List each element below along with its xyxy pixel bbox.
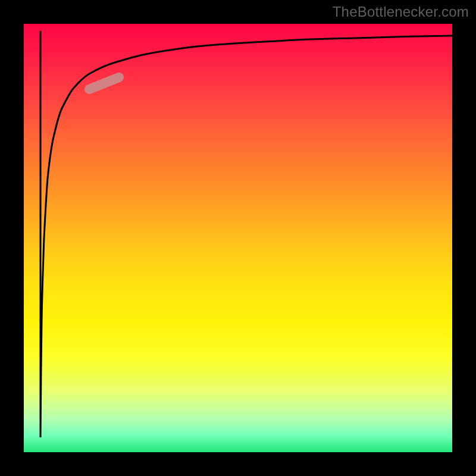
highlight-segment — [89, 77, 119, 89]
bottleneck-curve — [40, 32, 452, 437]
attribution-text: TheBottlenecker.com — [333, 4, 469, 20]
curve-svg — [24, 24, 452, 452]
plot-area — [24, 24, 452, 452]
chart-root: TheBottlenecker.com — [0, 0, 476, 476]
